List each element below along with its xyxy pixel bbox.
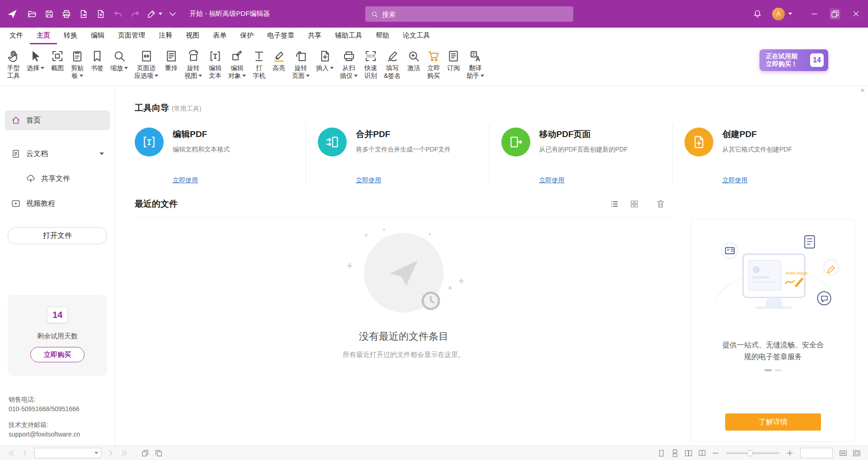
tool-reflow[interactable]: 重排 — [161, 48, 181, 73]
page-number-box[interactable] — [34, 448, 101, 458]
collapse-ribbon-button[interactable] — [168, 9, 178, 19]
open-file-button[interactable] — [27, 9, 37, 19]
menu-convert[interactable]: 转换 — [57, 28, 84, 44]
use-now-link[interactable]: 立即使用 — [173, 176, 198, 185]
zoom-level-input[interactable] — [801, 448, 832, 458]
zoom-in-button[interactable] — [785, 449, 794, 458]
menu-file[interactable]: 文件 — [3, 28, 30, 44]
quick-tool-button[interactable] — [146, 9, 156, 19]
continuous-view-button[interactable] — [670, 449, 679, 458]
fit-page-button[interactable] — [852, 449, 861, 458]
first-page-button[interactable] — [7, 449, 16, 458]
list-view-button[interactable] — [609, 199, 619, 209]
search-input[interactable] — [382, 10, 568, 18]
menu-accessibility[interactable]: 辅助工具 — [328, 28, 369, 44]
tool-card-edit-pdf[interactable]: 编辑PDF编辑文档和文本格式立即使用 — [135, 124, 306, 185]
user-avatar[interactable] — [772, 8, 785, 20]
use-now-link[interactable]: 立即使用 — [539, 176, 565, 185]
cloud-docs-expand-caret-icon[interactable] — [99, 152, 104, 155]
tool-edit-object[interactable]: 编辑对象 — [225, 48, 249, 81]
last-page-button[interactable] — [120, 449, 129, 458]
use-now-link[interactable]: 立即使用 — [356, 176, 381, 185]
tool-bookmark[interactable]: 书签 — [87, 48, 107, 73]
menu-form[interactable]: 表单 — [206, 28, 233, 44]
tool-card-create-pdf[interactable]: 创建PDF从其它格式文件创建PDF立即使用 — [672, 124, 855, 185]
next-page-button[interactable] — [106, 449, 115, 458]
zoom-slider-thumb[interactable] — [747, 450, 753, 456]
prev-page-button[interactable] — [20, 449, 29, 458]
use-now-link[interactable]: 立即使用 — [722, 176, 748, 185]
notifications-bell-icon[interactable] — [753, 9, 762, 19]
tool-card-merge-pdf[interactable]: 合并PDF将多个文件合并生成一个PDF文件立即使用 — [306, 124, 489, 185]
zoom-slider[interactable] — [726, 452, 779, 454]
tool-select[interactable]: 选择 — [24, 48, 47, 73]
tool-hand-tool[interactable]: 手型工具 — [4, 48, 24, 81]
zoom-level-box[interactable] — [800, 448, 833, 458]
tool-clipboard[interactable]: 剪贴板 — [67, 48, 87, 81]
cart-icon — [427, 49, 440, 63]
sidebar-item-home[interactable]: 首页 — [5, 110, 110, 130]
save-button[interactable] — [44, 9, 54, 19]
print-button[interactable] — [61, 9, 71, 19]
page-dropdown-caret-icon[interactable] — [94, 452, 98, 454]
menu-page-manage[interactable]: 页面管理 — [111, 28, 152, 44]
tool-quick-ocr[interactable]: OCR快速识别 — [361, 48, 381, 81]
restore-button[interactable] — [825, 0, 845, 28]
tool-page-fit-options[interactable]: 页面适应选项 — [131, 48, 161, 81]
menu-share[interactable]: 共享 — [301, 28, 328, 44]
open-file-button[interactable]: 打开文件 — [8, 227, 107, 244]
zoom-out-button[interactable] — [711, 449, 720, 458]
support-email-address[interactable]: support@foxitsoftware.cn — [9, 430, 106, 439]
tool-snapshot[interactable]: 截图 — [47, 48, 67, 73]
menu-help[interactable]: 帮助 — [369, 28, 396, 44]
tool-card-move-pdf-pages[interactable]: 移动PDF页面从已有的PDF页面创建新的PDF立即使用 — [489, 124, 672, 185]
menu-edit[interactable]: 编辑 — [84, 28, 111, 44]
scrollbar-up-arrow[interactable] — [860, 88, 865, 91]
tool-typewriter[interactable]: 打字机 — [249, 48, 269, 81]
tool-highlight[interactable]: 高亮 — [269, 48, 289, 73]
tool-rotate-view[interactable]: 旋转视图 — [181, 48, 205, 81]
tool-rotate-pages[interactable]: 旋转页面 — [289, 48, 313, 81]
tool-from-scanner[interactable]: 从扫描仪 — [337, 48, 361, 81]
next-view-button[interactable] — [154, 449, 163, 458]
menu-paper-tools[interactable]: 论文工具 — [396, 28, 437, 44]
carousel-dot-2[interactable] — [774, 369, 782, 371]
undo-button[interactable] — [113, 9, 123, 19]
learn-more-button[interactable]: 了解详情 — [725, 413, 821, 431]
tool-insert[interactable]: 插入 — [313, 48, 337, 73]
tool-buy-now[interactable]: 立即购买 — [424, 48, 443, 81]
menu-home[interactable]: 主页 — [30, 28, 57, 44]
menu-view[interactable]: 视图 — [179, 28, 206, 44]
sidebar-item-video-tutorials[interactable]: 视频教程 — [5, 194, 110, 213]
close-button[interactable] — [845, 0, 866, 28]
tool-activate[interactable]: 激活 — [404, 48, 424, 73]
tool-fill-sign[interactable]: 填写&签名 — [381, 48, 404, 81]
buy-now-button[interactable]: 立即购买 — [30, 347, 85, 362]
create-pdf-button[interactable] — [96, 9, 106, 19]
grid-view-button[interactable] — [629, 199, 639, 209]
clear-recent-button[interactable] — [656, 199, 665, 209]
previous-view-button[interactable] — [141, 449, 150, 458]
search-box[interactable] — [365, 6, 573, 22]
tool-translate-assistant[interactable]: 文翻译助手 — [463, 48, 487, 81]
tool-subscribe[interactable]: 订阅 — [443, 48, 463, 73]
sidebar-item-cloud-docs[interactable]: 云文档 — [5, 144, 110, 164]
minimize-button[interactable] — [804, 0, 825, 28]
tool-edit-text[interactable]: 编辑文本 — [205, 48, 225, 81]
account-menu-caret-icon[interactable] — [788, 13, 792, 15]
menu-comment[interactable]: 注释 — [152, 28, 179, 44]
redo-button[interactable] — [130, 9, 140, 19]
page-number-input[interactable] — [38, 450, 94, 456]
fit-width-button[interactable] — [839, 449, 848, 458]
book-view-button[interactable] — [698, 449, 707, 458]
quick-tool-group[interactable] — [146, 9, 162, 19]
tool-zoom[interactable]: 缩放 — [107, 48, 131, 73]
facing-view-button[interactable] — [684, 449, 693, 458]
menu-esign[interactable]: 电子签章 — [260, 28, 301, 44]
sidebar-item-shared-files[interactable]: 共享文件 — [5, 169, 110, 189]
trial-period-badge[interactable]: 正在试用期 立即购买！ 14 — [760, 49, 828, 71]
single-page-view-button[interactable] — [657, 449, 666, 458]
menu-protect[interactable]: 保护 — [233, 28, 260, 44]
carousel-dot-1[interactable] — [764, 369, 772, 371]
export-pdf-button[interactable] — [79, 9, 89, 19]
